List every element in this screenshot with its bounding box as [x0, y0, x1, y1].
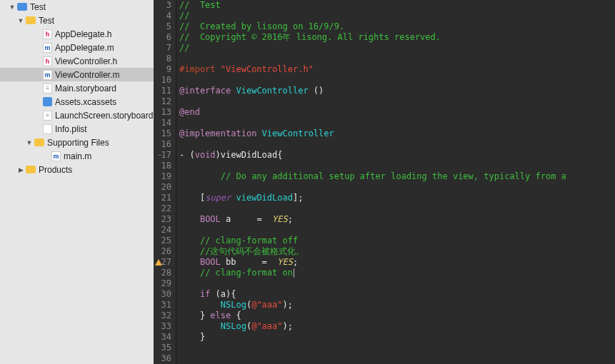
tree-item[interactable]: hAppDelegate.h — [0, 27, 154, 41]
code-line[interactable]: // — [179, 43, 571, 54]
code-area[interactable]: // Test//// Created by lisong on 16/9/9.… — [176, 0, 571, 364]
tree-item[interactable]: ≡LaunchScreen.storyboard — [0, 108, 154, 122]
code-token: a = — [221, 214, 272, 224]
line-number: 14 — [156, 118, 171, 128]
code-line[interactable] — [179, 139, 571, 150]
disclosure-triangle-icon[interactable]: ▼ — [9, 4, 16, 11]
disclosure-triangle-icon — [34, 44, 41, 51]
code-line[interactable]: BOOL a = YES; — [179, 214, 571, 225]
code-line[interactable]: @end — [179, 107, 571, 118]
code-line[interactable]: // — [179, 11, 571, 21]
code-line[interactable]: //这句代码不会被格式化。 — [179, 246, 571, 257]
code-token: // clang-format on — [200, 268, 293, 278]
file-m-icon: m — [43, 43, 52, 53]
code-line[interactable] — [179, 118, 571, 128]
code-line[interactable]: // Created by lisong on 16/9/9. — [179, 21, 571, 32]
code-line[interactable]: @implementation ViewController — [179, 128, 571, 139]
code-line[interactable]: [super viewDidLoad]; — [179, 193, 571, 203]
tree-item[interactable]: mViewController.m — [0, 68, 154, 81]
line-number: 32 — [156, 310, 171, 321]
code-line[interactable] — [179, 203, 571, 214]
line-number: 24 — [156, 225, 171, 236]
tree-item[interactable]: Info.plist — [0, 122, 154, 136]
line-number: 31 — [156, 300, 171, 310]
code-line[interactable]: NSLog(@"aaa"); — [179, 321, 571, 332]
code-line[interactable] — [179, 343, 571, 353]
code-line[interactable] — [179, 353, 571, 364]
tree-item-label: LaunchScreen.storyboard — [55, 111, 153, 121]
code-token: NSLog — [221, 321, 246, 331]
code-token: // Do any additional setup after loading… — [221, 171, 571, 181]
line-number: 19 — [156, 171, 171, 182]
code-line[interactable]: #import "ViewController.h" — [179, 64, 571, 75]
line-number: 21 — [156, 193, 171, 203]
tree-item[interactable]: ≡Main.storyboard — [0, 81, 154, 95]
disclosure-triangle-icon[interactable]: ▼ — [17, 17, 24, 24]
code-line[interactable]: // clang-format on — [179, 268, 571, 278]
code-token — [256, 128, 261, 138]
code-line[interactable] — [179, 54, 571, 64]
line-number: 4 — [156, 11, 171, 21]
code-line[interactable] — [179, 225, 571, 236]
tree-item-label: ViewController.h — [55, 56, 117, 66]
project-navigator[interactable]: ▼Test▼TesthAppDelegate.hmAppDelegate.mhV… — [0, 0, 154, 364]
fold-indicator-icon[interactable]: – — [158, 150, 161, 161]
code-token: "ViewController.h" — [221, 64, 314, 74]
code-line[interactable] — [179, 278, 571, 289]
line-number: 8 — [156, 54, 171, 64]
code-line[interactable]: BOOL bb = YES; — [179, 257, 571, 268]
code-line[interactable]: // clang-format off — [179, 236, 571, 246]
tree-item[interactable]: ▶Products — [0, 163, 154, 176]
code-line[interactable]: NSLog(@"aaa"); — [179, 300, 571, 310]
tree-item-label: Info.plist — [55, 124, 87, 134]
code-token: ViewController — [262, 128, 334, 138]
code-token: ); — [283, 300, 293, 310]
code-line[interactable]: @interface ViewController () — [179, 86, 571, 96]
code-token: } — [179, 332, 205, 342]
file-m-icon: m — [51, 151, 61, 161]
code-token: viewDidLoad — [236, 193, 292, 203]
code-line[interactable] — [179, 182, 571, 193]
tree-item[interactable]: hViewController.h — [0, 54, 154, 68]
warning-icon[interactable] — [155, 259, 162, 266]
disclosure-triangle-icon — [34, 126, 41, 133]
code-line[interactable]: // Copyright © 2016年 lisong. All rights … — [179, 32, 571, 43]
disclosure-triangle-icon[interactable]: ▼ — [26, 139, 33, 146]
line-number: 36 — [156, 353, 171, 364]
code-token: if — [200, 289, 210, 299]
code-token: ); — [283, 321, 293, 331]
tree-item[interactable]: ▼Test — [0, 14, 154, 27]
code-token: ViewController — [236, 86, 308, 96]
line-number: 5 — [156, 21, 171, 32]
code-line[interactable]: - (void)viewDidLoad{ — [179, 150, 571, 161]
tree-item-label: Test — [39, 16, 54, 26]
disclosure-triangle-icon[interactable]: ▶ — [17, 166, 24, 173]
tree-item[interactable]: mmain.m — [0, 149, 154, 163]
line-number: 15 — [156, 128, 171, 139]
tree-item-label: AppDelegate.h — [55, 29, 111, 39]
tree-item[interactable]: ▼Test — [0, 0, 154, 14]
code-token: @"aaa" — [251, 321, 282, 331]
file-plist-icon — [43, 124, 52, 134]
code-line[interactable]: // Test — [179, 0, 571, 11]
code-line[interactable] — [179, 75, 571, 86]
line-number: 23 — [156, 214, 171, 225]
code-line[interactable]: // Do any additional setup after loading… — [179, 171, 571, 182]
code-token: @interface — [179, 86, 231, 96]
tree-item[interactable]: Assets.xcassets — [0, 95, 154, 108]
line-number: 3 — [156, 0, 171, 11]
code-line[interactable]: if (a){ — [179, 289, 571, 300]
tree-item-label: AppDelegate.m — [55, 43, 114, 53]
folder-blue-icon — [17, 3, 27, 11]
code-token: ]; — [293, 193, 303, 203]
code-editor[interactable]: 34567891011121314151617–1819202122232425… — [154, 0, 615, 364]
code-token: bb = — [221, 257, 277, 267]
tree-item[interactable]: ▼Supporting Files — [0, 136, 154, 149]
code-token: else — [210, 310, 231, 320]
code-line[interactable] — [179, 96, 571, 107]
code-token: super — [205, 193, 231, 203]
code-line[interactable] — [179, 161, 571, 171]
code-line[interactable]: } else { — [179, 310, 571, 321]
tree-item[interactable]: mAppDelegate.m — [0, 41, 154, 54]
code-line[interactable]: } — [179, 332, 571, 343]
